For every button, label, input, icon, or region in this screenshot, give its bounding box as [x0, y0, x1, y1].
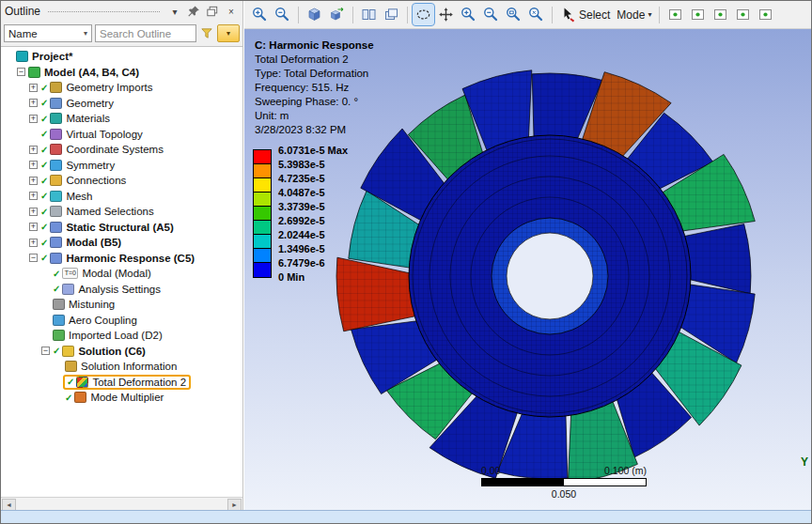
expand-icon[interactable]: + — [29, 84, 38, 92]
tree-item-label: Model (A4, B4, C4) — [44, 67, 139, 78]
legend-color-band — [254, 193, 271, 207]
expand-icon[interactable]: + — [29, 239, 38, 247]
tree-item-label: Harmonic Response (C5) — [66, 253, 195, 264]
turbine-wheel-model[interactable] — [329, 54, 771, 495]
legend-color-band — [254, 207, 271, 221]
expand-icon[interactable]: + — [29, 208, 38, 216]
tree-item-solution-information[interactable]: Solution Information — [1, 359, 242, 375]
tree-item-symmetry[interactable]: +✓Symmetry — [1, 158, 242, 174]
tree-item-connections[interactable]: +✓Connections — [1, 173, 242, 189]
tree-item-label: Mode Multiplier — [90, 392, 164, 403]
pan-button[interactable] — [435, 4, 457, 25]
zoom-out-tool-button[interactable] — [480, 4, 502, 25]
tree-item-model-a4-b4-c4[interactable]: −Model (A4, B4, C4) — [1, 65, 242, 81]
graphics-viewport[interactable]: C: Harmonic Response Total Deformation 2… — [244, 29, 811, 510]
expand-icon[interactable]: + — [29, 146, 38, 154]
tree-item-solution-c6[interactable]: −✓Solution (C6) — [1, 344, 242, 360]
tree-item-imported-load-d2[interactable]: Imported Load (D2) — [1, 328, 242, 344]
tree-item-materials[interactable]: +✓Materials — [1, 111, 242, 127]
search-input[interactable] — [95, 24, 196, 42]
collapse-icon[interactable]: − — [41, 347, 50, 355]
tree-item-total-deformation-2[interactable]: ✓Total Deformation 2 — [1, 375, 242, 391]
tree-item-aero-coupling[interactable]: Aero Coupling — [1, 313, 242, 329]
zoom-in-button[interactable] — [249, 4, 271, 25]
tile-windows-button[interactable] — [358, 4, 380, 25]
legend-color-band — [254, 178, 271, 193]
select-mode-dropdown[interactable]: Select — [557, 4, 613, 25]
tree-item-coordinate-systems[interactable]: +✓Coordinate Systems — [1, 142, 242, 158]
tree-item-harmonic-response-c5[interactable]: −✓Harmonic Response (C5) — [1, 251, 242, 267]
outline-panel: Outline ▾ × Name ▾ ▾ Project*−Model (A4,… — [1, 1, 243, 512]
tree-item-mesh[interactable]: +✓Mesh — [1, 189, 242, 205]
cube-arrow-icon — [329, 7, 345, 23]
legend-value-label: 5.3983e-5 — [278, 159, 325, 170]
panel-menu-icon[interactable]: ▾ — [167, 4, 182, 19]
cascade-windows-button[interactable] — [381, 4, 402, 25]
zoom-in-tool-button[interactable] — [458, 4, 479, 25]
materials-icon — [50, 113, 62, 124]
magnifier-plus-icon — [252, 7, 268, 23]
analysis-settings-icon — [62, 284, 74, 295]
triad-y-axis-label[interactable]: Y — [801, 455, 808, 469]
tree-item-mode-multiplier[interactable]: ✓Mode Multiplier — [1, 390, 242, 406]
result-chart-icon — [76, 377, 88, 388]
ruler-segment-white — [564, 479, 646, 485]
isometric-view-button[interactable] — [304, 4, 325, 25]
zoom-out-button[interactable] — [272, 4, 293, 25]
ansys-mechanical-window: Outline ▾ × Name ▾ ▾ Project*−Model (A4,… — [0, 0, 812, 524]
ellipse-select-button[interactable] — [413, 4, 434, 25]
ruler-segment-black — [482, 479, 564, 485]
check-icon: ✓ — [40, 83, 48, 93]
pin-icon[interactable] — [186, 4, 201, 19]
tree-item-geometry[interactable]: +✓Geometry — [1, 96, 242, 112]
name-filter-dropdown[interactable]: Name ▾ — [4, 24, 92, 42]
tree-item-mistuning[interactable]: Mistuning — [1, 297, 242, 313]
legend-value-label: 6.7479e-6 — [278, 257, 325, 269]
tree-item-modal-modal[interactable]: ✓T=0Modal (Modal) — [1, 266, 242, 282]
tree-item-project[interactable]: Project* — [1, 49, 242, 65]
named-selections-icon — [50, 206, 62, 217]
select-vertices-filter-button[interactable] — [664, 4, 686, 25]
extend-selection-button[interactable] — [755, 4, 776, 25]
check-icon: ✓ — [40, 191, 48, 201]
panel-drag-handle[interactable] — [48, 11, 160, 12]
expand-icon[interactable]: + — [29, 115, 38, 123]
check-icon: ✓ — [53, 269, 60, 279]
close-icon[interactable]: × — [224, 4, 239, 19]
toolbar-separator — [552, 7, 553, 23]
legend-color-band — [254, 263, 271, 277]
box-zoom-button[interactable] — [503, 4, 524, 25]
connections-icon — [50, 175, 62, 186]
imported-load-icon — [53, 330, 65, 341]
tree-item-label: Imported Load (D2) — [69, 330, 163, 341]
chevron-down-icon: ▾ — [648, 10, 651, 19]
collapse-icon[interactable]: − — [17, 68, 25, 76]
outline-filter-row: Name ▾ ▾ — [1, 22, 242, 45]
tree-item-geometry-imports[interactable]: +✓Geometry Imports — [1, 80, 242, 96]
expand-options-button[interactable]: ▾ — [217, 24, 240, 42]
tree-item-named-selections[interactable]: +✓Named Selections — [1, 204, 242, 220]
tree-item-analysis-settings[interactable]: ✓Analysis Settings — [1, 282, 242, 298]
virtual-topology-icon — [50, 129, 62, 140]
tree-item-static-structural-a5[interactable]: +✓Static Structural (A5) — [1, 220, 242, 236]
window-cascade-icon — [383, 7, 399, 23]
window-tile-icon — [361, 7, 377, 23]
collapse-icon[interactable]: − — [29, 254, 38, 262]
zoom-to-fit-button[interactable] — [525, 4, 547, 25]
manage-views-button[interactable] — [326, 4, 348, 25]
select-bodies-filter-button[interactable] — [732, 4, 754, 25]
expand-icon[interactable]: + — [29, 223, 38, 231]
select-edges-filter-button[interactable] — [687, 4, 709, 25]
legend-value-label: 1.3496e-5 — [278, 243, 325, 254]
legend-color-band — [254, 235, 271, 249]
select-faces-filter-button[interactable] — [710, 4, 731, 25]
restore-window-icon[interactable] — [205, 4, 220, 19]
mode-dropdown[interactable]: Mode▾ — [614, 4, 654, 25]
tree-item-modal-b5[interactable]: +✓Modal (B5) — [1, 235, 242, 251]
expand-icon[interactable]: + — [29, 161, 38, 169]
expand-icon[interactable]: + — [29, 177, 38, 185]
tree-item-virtual-topology[interactable]: ✓Virtual Topology — [1, 127, 242, 143]
filter-funnel-icon[interactable] — [199, 26, 214, 41]
expand-icon[interactable]: + — [29, 192, 38, 200]
expand-icon[interactable]: + — [29, 99, 38, 107]
